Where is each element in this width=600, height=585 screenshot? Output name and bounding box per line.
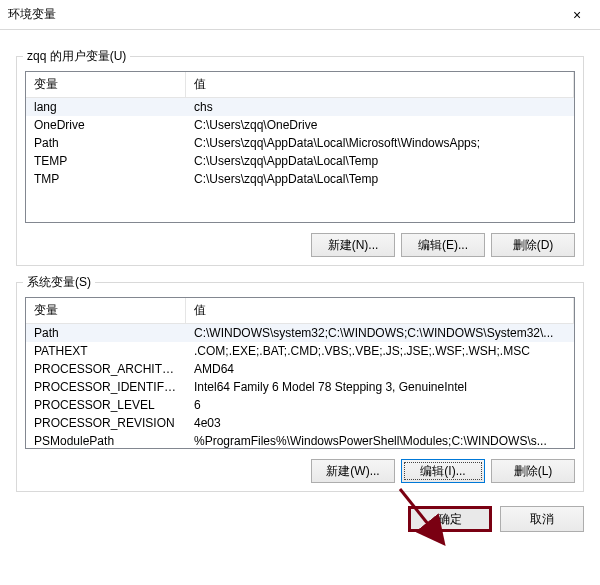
- system-variables-group: 系统变量(S) 变量 值 PathC:\WINDOWS\system32;C:\…: [16, 282, 584, 492]
- var-name: TMP: [26, 170, 186, 188]
- user-group-label: zqq 的用户变量(U): [23, 48, 130, 65]
- titlebar: 环境变量 ×: [0, 0, 600, 30]
- var-name: OneDrive: [26, 116, 186, 134]
- var-value: C:\Users\zqq\AppData\Local\Temp: [186, 152, 574, 170]
- var-name: TEMP: [26, 152, 186, 170]
- cancel-button[interactable]: 取消: [500, 506, 584, 532]
- table-row[interactable]: OneDriveC:\Users\zqq\OneDrive: [26, 116, 574, 134]
- table-row[interactable]: langchs: [26, 98, 574, 116]
- table-row[interactable]: PathC:\WINDOWS\system32;C:\WINDOWS;C:\WI…: [26, 324, 574, 342]
- var-name: lang: [26, 98, 186, 116]
- table-row[interactable]: TMPC:\Users\zqq\AppData\Local\Temp: [26, 170, 574, 188]
- system-edit-button[interactable]: 编辑(I)...: [401, 459, 485, 483]
- system-buttons-row: 新建(W)... 编辑(I)... 删除(L): [25, 459, 575, 483]
- var-name: PROCESSOR_ARCHITECTURE: [26, 360, 186, 378]
- table-row[interactable]: PROCESSOR_LEVEL6: [26, 396, 574, 414]
- system-group-label: 系统变量(S): [23, 274, 95, 291]
- window-title: 环境变量: [8, 6, 56, 23]
- col-header-value[interactable]: 值: [186, 72, 574, 97]
- var-value: .COM;.EXE;.BAT;.CMD;.VBS;.VBE;.JS;.JSE;.…: [186, 342, 574, 360]
- list-header: 变量 值: [26, 72, 574, 98]
- col-header-name[interactable]: 变量: [26, 72, 186, 97]
- system-delete-button[interactable]: 删除(L): [491, 459, 575, 483]
- var-value: 4e03: [186, 414, 574, 432]
- user-delete-button[interactable]: 删除(D): [491, 233, 575, 257]
- var-value: AMD64: [186, 360, 574, 378]
- var-value: C:\WINDOWS\system32;C:\WINDOWS;C:\WINDOW…: [186, 324, 574, 342]
- table-row[interactable]: TEMPC:\Users\zqq\AppData\Local\Temp: [26, 152, 574, 170]
- var-name: PATHEXT: [26, 342, 186, 360]
- var-value: 6: [186, 396, 574, 414]
- user-buttons-row: 新建(N)... 编辑(E)... 删除(D): [25, 233, 575, 257]
- user-edit-button[interactable]: 编辑(E)...: [401, 233, 485, 257]
- user-variables-group: zqq 的用户变量(U) 变量 值 langchsOneDriveC:\User…: [16, 56, 584, 266]
- var-value: %ProgramFiles%\WindowsPowerShell\Modules…: [186, 432, 574, 449]
- table-row[interactable]: PathC:\Users\zqq\AppData\Local\Microsoft…: [26, 134, 574, 152]
- dialog-buttons: 确定 取消: [0, 492, 600, 546]
- var-value: C:\Users\zqq\AppData\Local\Temp: [186, 170, 574, 188]
- var-value: chs: [186, 98, 574, 116]
- user-variables-list[interactable]: 变量 值 langchsOneDriveC:\Users\zqq\OneDriv…: [25, 71, 575, 223]
- ok-button[interactable]: 确定: [408, 506, 492, 532]
- var-value: C:\Users\zqq\AppData\Local\Microsoft\Win…: [186, 134, 574, 152]
- close-icon: ×: [573, 7, 581, 23]
- var-name: Path: [26, 134, 186, 152]
- close-button[interactable]: ×: [554, 0, 600, 30]
- table-row[interactable]: PROCESSOR_ARCHITECTUREAMD64: [26, 360, 574, 378]
- var-name: PROCESSOR_REVISION: [26, 414, 186, 432]
- system-new-button[interactable]: 新建(W)...: [311, 459, 395, 483]
- var-name: Path: [26, 324, 186, 342]
- user-new-button[interactable]: 新建(N)...: [311, 233, 395, 257]
- var-value: Intel64 Family 6 Model 78 Stepping 3, Ge…: [186, 378, 574, 396]
- var-name: PROCESSOR_LEVEL: [26, 396, 186, 414]
- var-name: PSModulePath: [26, 432, 186, 449]
- col-header-value[interactable]: 值: [186, 298, 574, 323]
- list-header: 变量 值: [26, 298, 574, 324]
- col-header-name[interactable]: 变量: [26, 298, 186, 323]
- table-row[interactable]: PSModulePath%ProgramFiles%\WindowsPowerS…: [26, 432, 574, 449]
- system-variables-list[interactable]: 变量 值 PathC:\WINDOWS\system32;C:\WINDOWS;…: [25, 297, 575, 449]
- table-row[interactable]: PROCESSOR_IDENTIFIERIntel64 Family 6 Mod…: [26, 378, 574, 396]
- table-row[interactable]: PATHEXT.COM;.EXE;.BAT;.CMD;.VBS;.VBE;.JS…: [26, 342, 574, 360]
- table-row[interactable]: PROCESSOR_REVISION4e03: [26, 414, 574, 432]
- var-value: C:\Users\zqq\OneDrive: [186, 116, 574, 134]
- var-name: PROCESSOR_IDENTIFIER: [26, 378, 186, 396]
